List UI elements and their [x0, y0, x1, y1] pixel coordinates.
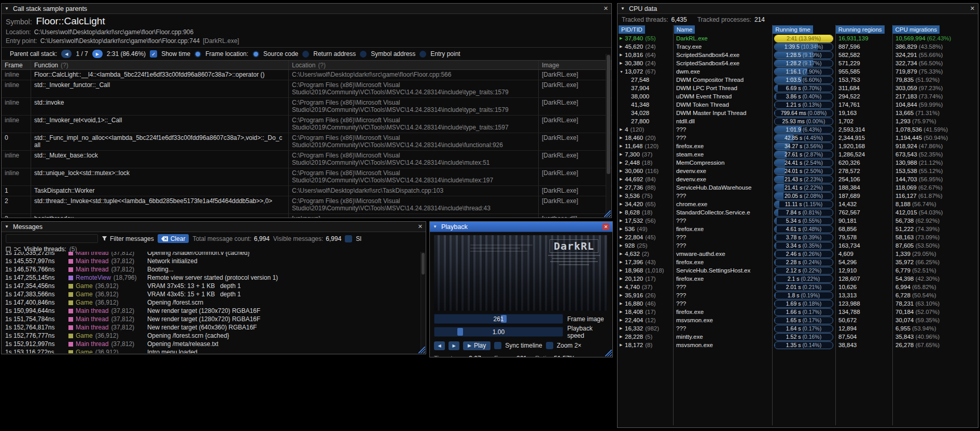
- chevron-right-icon[interactable]: ▶: [620, 202, 625, 206]
- callstack-row[interactable]: inlinestd::_Mutex_base::lockC:\Program F…: [2, 151, 611, 168]
- chevron-right-icon[interactable]: ▶: [620, 268, 625, 272]
- chevron-right-icon[interactable]: ▶: [620, 161, 625, 165]
- cpu-row[interactable]: ▶45,620(24)Tracy.exe1:39.5 (10.34%)887,5…: [618, 42, 978, 51]
- callstack-titlebar[interactable]: ▼ Call stack sample parents ✕: [2, 4, 611, 14]
- message-row[interactable]: 1s 147,383,566nsGame(36,912)VRAM 43x45: …: [2, 290, 421, 298]
- cpu-row[interactable]: ▶928(25)???3.34 s (0.35%)163,73487,605 (…: [618, 241, 978, 250]
- chevron-right-icon[interactable]: ▶: [620, 260, 625, 264]
- sync-timeline-checkbox[interactable]: [494, 342, 501, 349]
- step-forward-button[interactable]: ▶: [449, 341, 459, 350]
- cpu-row[interactable]: ▶4,632(2)vmware-authd.exe2.46 s (0.26%)4…: [618, 250, 978, 258]
- callstack-row[interactable]: inlinestd::_Invoker_ret<void,1>::_CallC:…: [2, 116, 611, 133]
- chevron-right-icon[interactable]: ▶: [620, 301, 625, 306]
- cpu-row[interactable]: 41,348DWM Token Thread1.21 s (0.13%)174,…: [618, 100, 978, 109]
- cpu-row[interactable]: ▶27,736(88)ServiceHub.DataWarehouse21.41…: [618, 183, 978, 192]
- callstack-row[interactable]: 0std::_Func_impl_no_alloc<<lambda_5bc224…: [2, 133, 611, 151]
- clear-button[interactable]: Clear: [158, 234, 189, 243]
- column-label[interactable]: CPU migrations: [892, 25, 940, 34]
- chevron-right-icon[interactable]: ▶: [620, 252, 625, 256]
- chevron-right-icon[interactable]: ▶: [620, 36, 625, 40]
- collapse-arrow-icon[interactable]: ▼: [5, 224, 10, 229]
- message-row[interactable]: 1s 147,255,145nsRemoteView(18,796)Remote…: [2, 274, 421, 282]
- scrollbar-thumb[interactable]: [422, 253, 425, 275]
- message-row[interactable]: 1s 147,354,456nsGame(36,912)VRAM 37x45: …: [2, 282, 421, 290]
- chevron-right-icon[interactable]: ▶: [620, 227, 625, 231]
- chevron-right-icon[interactable]: ▶: [620, 219, 625, 223]
- callstack-row[interactable]: inlinestd::_Invoker_functor::_CallC:\Pro…: [2, 80, 611, 98]
- show-option-checkbox[interactable]: [345, 235, 352, 242]
- playback-speed-slider[interactable]: 1.00: [434, 327, 563, 337]
- chevron-right-icon[interactable]: ▶: [620, 152, 625, 156]
- collapse-arrow-icon[interactable]: ▼: [5, 6, 10, 11]
- radio-entry-point[interactable]: [419, 51, 426, 58]
- chevron-right-icon[interactable]: ▶: [620, 243, 625, 248]
- cpu-row[interactable]: 37,904DWM LPC Port Thread6.69 s (0.70%)3…: [618, 84, 978, 92]
- message-row[interactable]: 1s 145,557,997nsMain thread(37,812)Netwo…: [2, 257, 421, 265]
- cpu-row[interactable]: ▶18,968(1,018)ServiceHub.SettingsHost.ex…: [618, 266, 978, 275]
- resize-grip[interactable]: [604, 210, 611, 217]
- chevron-right-icon[interactable]: ▶: [620, 53, 625, 57]
- message-row[interactable]: 1s 150,994,644nsMain thread(37,812)New r…: [2, 307, 421, 315]
- cpu-row[interactable]: ▶35,916(26)???1.8 s (0.19%)13,3136,728 (…: [618, 291, 978, 299]
- callstack-row[interactable]: inlinestd::unique_lock<std::mutex>::lock…: [2, 168, 611, 186]
- callstack-close-icon[interactable]: ✕: [604, 5, 608, 12]
- cpu-row[interactable]: ▶10,816(64)ScriptedSandbox64.exe1:28.5 (…: [618, 51, 978, 59]
- cpu-row[interactable]: ▶536(49)firefox.exe4.61 s (0.48%)68,8565…: [618, 225, 978, 233]
- radio-return-address[interactable]: [302, 51, 309, 58]
- cpu-row[interactable]: ▶11,648(120)firefox.exe34.27 s (3.56%)1,…: [618, 142, 978, 150]
- chevron-right-icon[interactable]: ▶: [620, 45, 625, 49]
- cpu-row[interactable]: ▶30,060(116)devenv.exe24.01 s (2.50%)278…: [618, 167, 978, 175]
- message-row[interactable]: 1s 152,764,817nsMain thread(37,812)New r…: [2, 323, 421, 332]
- cpu-row[interactable]: ▶18,460(20)???42.85 s (4.45%)2,344,9151,…: [618, 134, 978, 142]
- radio-source-code[interactable]: [253, 51, 259, 58]
- cpu-table-header[interactable]: PID/TID Name Running time Running region…: [618, 25, 978, 34]
- cpu-row[interactable]: ▶20,120(17)firefox.exe2.1 s (0.22%)128,6…: [618, 275, 978, 283]
- column-label[interactable]: Running regions: [836, 25, 885, 34]
- column-label[interactable]: PID/TID: [619, 25, 645, 34]
- filter-messages-input[interactable]: [6, 234, 98, 243]
- chevron-right-icon[interactable]: ▶: [620, 61, 625, 65]
- frame-image-slider[interactable]: 261: [434, 314, 563, 324]
- cpu-row[interactable]: 27,800ntdll.dll25.93 ms (0.00%)1,7021,29…: [618, 117, 978, 125]
- chevron-right-icon[interactable]: ▶: [620, 194, 625, 198]
- chevron-right-icon[interactable]: ▶: [620, 310, 625, 314]
- cpu-row[interactable]: ▶7,300(37)steam.exe27.61 s (2.87%)1,286,…: [618, 150, 978, 159]
- cpu-row[interactable]: 27,548DWM Compositor Thread1:03.5 (6.60%…: [618, 76, 978, 84]
- vertical-scrollbar[interactable]: [421, 252, 425, 353]
- cpu-row[interactable]: ▶30,380(24)ScriptedSandbox64.exe1:28.2 (…: [618, 59, 978, 67]
- play-button[interactable]: ▶ Play: [463, 341, 491, 350]
- cpu-row[interactable]: 38,000uDWM Event Thread3.86 s (0.40%)294…: [618, 92, 978, 100]
- cpu-row[interactable]: ▶28,228(5)mintty.exe1.52 s (0.16%)87,504…: [618, 333, 978, 341]
- message-row[interactable]: 1s 152,912,997nsMain thread(37,812)Openi…: [2, 340, 421, 348]
- message-row[interactable]: 1s 120,335,272nsMain thread(37,812)Openi…: [2, 252, 421, 257]
- cpu-row[interactable]: ▶8,628(18)StandardCollector.Service.e7.8…: [618, 208, 978, 217]
- chevron-right-icon[interactable]: ▶: [620, 285, 625, 289]
- chevron-right-icon[interactable]: ▶: [620, 127, 625, 132]
- frame-image-preview[interactable]: DarkRL: [434, 235, 607, 311]
- chevron-right-icon[interactable]: ▶: [620, 326, 625, 331]
- cpu-row[interactable]: ▶37,840(55)DarkRL.exe2:41 (13.94%)16,931…: [618, 34, 978, 42]
- resize-grip[interactable]: [605, 350, 612, 356]
- message-row[interactable]: 1s 147,400,846nsGame(36,912)Opening /for…: [2, 298, 421, 307]
- messages-close-icon[interactable]: ✕: [418, 223, 423, 230]
- chevron-right-icon[interactable]: ▶: [620, 318, 625, 322]
- vertical-scrollbar[interactable]: [606, 54, 611, 217]
- chevron-right-icon[interactable]: ▶: [620, 136, 625, 140]
- chevron-right-icon[interactable]: ▶: [620, 335, 625, 339]
- cpu-row[interactable]: ▶22,804(45)???3.78 s (0.39%)79,57858,163…: [618, 233, 978, 241]
- zoom-2x-checkbox[interactable]: [546, 342, 553, 349]
- cpu-row[interactable]: 34,028DWM Master Input Thread799.64 ms (…: [618, 109, 978, 117]
- chevron-right-icon[interactable]: ▶: [620, 277, 625, 281]
- callstack-row[interactable]: inlinestd::invokeC:\Program Files (x86)\…: [2, 98, 611, 116]
- chevron-right-icon[interactable]: ▶: [620, 293, 625, 297]
- cpu-row[interactable]: ▶34,420(65)chrome.exe11.11 s (1.15%)14,4…: [618, 200, 978, 208]
- column-label[interactable]: Name: [674, 25, 695, 34]
- chevron-right-icon[interactable]: ▶: [620, 185, 625, 190]
- resize-grip[interactable]: [418, 347, 425, 353]
- callstack-row[interactable]: 3beginthreadex[unknown][ucrtbase.dll]: [2, 214, 611, 218]
- callstack-table-header[interactable]: Frame Function(?) Location(?) Image: [2, 60, 611, 70]
- message-row[interactable]: 1s 151,754,784nsMain thread(37,812)New r…: [2, 315, 421, 323]
- column-label[interactable]: Running time: [773, 25, 813, 34]
- cpu-row[interactable]: ▶22,404(12)msvsmon.exe1.65 s (0.17%)50,6…: [618, 316, 978, 324]
- cpu-row[interactable]: ▶17,396(43)firefox.exe2.28 s (0.24%)54,2…: [618, 258, 978, 266]
